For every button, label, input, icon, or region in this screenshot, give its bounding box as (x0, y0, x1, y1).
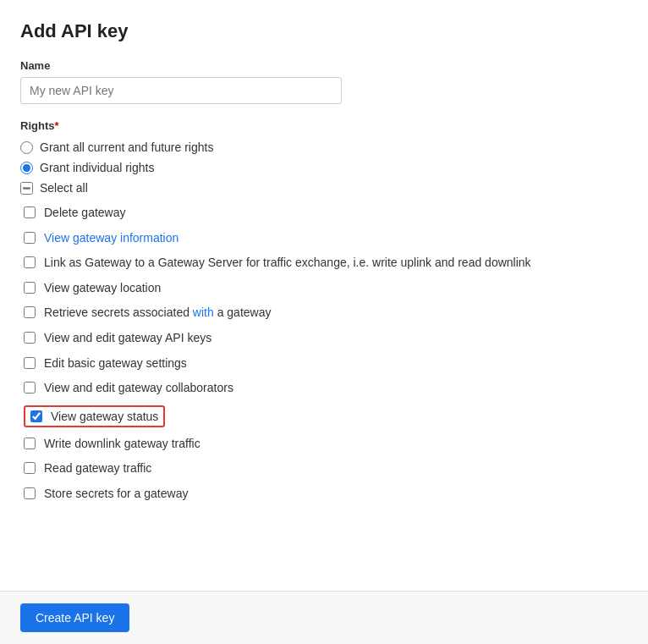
checkbox-row-basic-settings: Edit basic gateway settings (24, 355, 572, 372)
highlighted-wrapper: View gateway status (24, 405, 572, 427)
radio-group: Grant all current and future rights Gran… (20, 140, 572, 174)
footer: Create API key (0, 591, 648, 644)
cb-delete-gateway[interactable] (24, 206, 36, 218)
cb-view-info-label: View gateway information (44, 230, 178, 247)
cb-view-status[interactable] (30, 410, 42, 422)
cb-edit-api-keys[interactable] (24, 332, 36, 344)
rights-label: Rights* (20, 119, 572, 132)
cb-retrieve-secrets[interactable] (24, 306, 36, 318)
checkbox-row-retrieve-secrets: Retrieve secrets associated with a gatew… (24, 305, 572, 322)
cb-basic-settings-label: Edit basic gateway settings (44, 355, 187, 372)
cb-read-traffic-label: Read gateway traffic (44, 460, 151, 477)
checkbox-row-read-traffic: Read gateway traffic (24, 460, 572, 477)
cb-write-downlink-label: Write downlink gateway traffic (44, 436, 200, 453)
checkbox-row-view-info: View gateway information (24, 230, 572, 247)
page-container: Add API key Name Rights* Grant all curre… (0, 0, 592, 503)
cb-delete-gateway-label: Delete gateway (44, 205, 126, 222)
highlighted-row-view-status: View gateway status (24, 405, 165, 427)
checkbox-row-edit-api-keys: View and edit gateway API keys (24, 330, 572, 347)
cb-read-traffic[interactable] (24, 462, 36, 474)
cb-store-secrets[interactable] (24, 487, 36, 499)
checkbox-row-write-downlink: Write downlink gateway traffic (24, 436, 572, 453)
radio-all-input[interactable] (20, 141, 33, 154)
cb-edit-api-keys-label: View and edit gateway API keys (44, 330, 211, 347)
radio-all-label: Grant all current and future rights (40, 140, 213, 154)
cb-view-info[interactable] (24, 232, 36, 244)
checkbox-row-collaborators: View and edit gateway collaborators (24, 380, 572, 397)
cb-view-location[interactable] (24, 282, 36, 294)
page-title: Add API key (20, 20, 572, 42)
cb-collaborators[interactable] (24, 382, 36, 394)
cb-basic-settings[interactable] (24, 357, 36, 369)
cb-store-secrets-label: Store secrets for a gateway (44, 486, 188, 503)
name-label: Name (20, 59, 572, 72)
checkbox-row-link-gateway: Link as Gateway to a Gateway Server for … (24, 255, 572, 272)
checkbox-row-view-location: View gateway location (24, 280, 572, 297)
cb-link-gateway-label: Link as Gateway to a Gateway Server for … (44, 255, 531, 272)
checkbox-row-delete-gateway: Delete gateway (24, 205, 572, 222)
radio-all-option[interactable]: Grant all current and future rights (20, 140, 572, 154)
cb-write-downlink[interactable] (24, 438, 36, 449)
radio-individual-label: Grant individual rights (40, 161, 154, 174)
select-all-label: Select all (40, 181, 88, 195)
create-api-key-button[interactable]: Create API key (20, 603, 129, 632)
cb-retrieve-secrets-label: Retrieve secrets associated with a gatew… (44, 305, 271, 322)
radio-individual-option[interactable]: Grant individual rights (20, 161, 572, 174)
radio-individual-input[interactable] (20, 162, 33, 174)
cb-collaborators-label: View and edit gateway collaborators (44, 380, 233, 397)
select-all-checkbox[interactable] (20, 182, 33, 195)
cb-link-gateway[interactable] (24, 256, 36, 268)
cb-view-status-label: View gateway status (51, 410, 158, 423)
checkbox-row-store-secrets: Store secrets for a gateway (24, 486, 572, 503)
select-all-row[interactable]: Select all (20, 181, 572, 195)
name-input[interactable] (20, 77, 342, 104)
checkboxes-list: Delete gateway View gateway information … (24, 205, 572, 503)
cb-view-location-label: View gateway location (44, 280, 161, 297)
view-info-link[interactable]: View gateway information (44, 231, 178, 245)
